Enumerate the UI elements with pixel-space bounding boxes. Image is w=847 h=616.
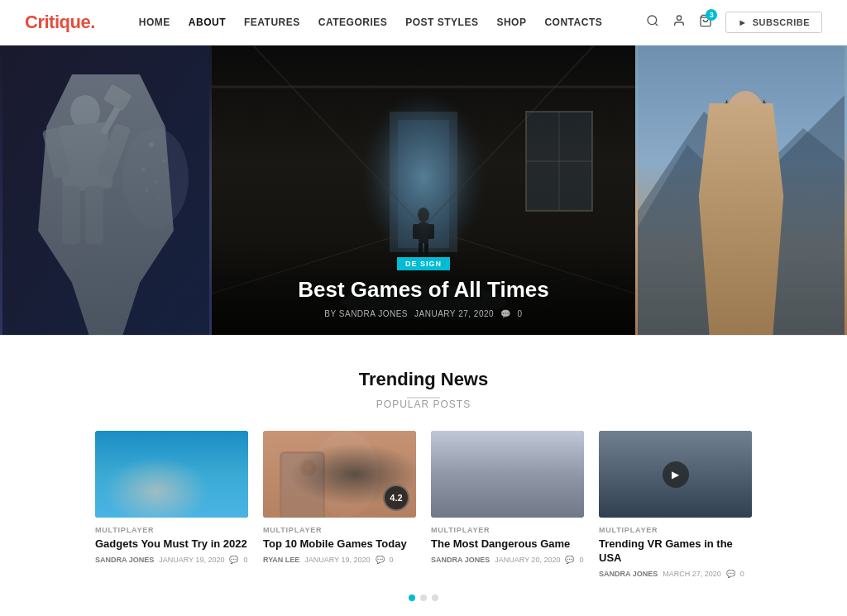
svg-rect-55 xyxy=(171,485,186,509)
svg-point-5 xyxy=(149,142,154,147)
section-title: Trending News xyxy=(25,369,822,390)
svg-rect-20 xyxy=(103,84,132,111)
dot-1[interactable] xyxy=(409,595,415,601)
hero-comments-icon: 💬 xyxy=(500,309,511,318)
hero-slide-center[interactable]: DE SIGN Best Games of All Times BY SANDR… xyxy=(212,45,635,335)
svg-point-43 xyxy=(727,91,763,132)
svg-rect-76 xyxy=(640,470,645,477)
svg-rect-50 xyxy=(95,431,248,518)
hero-category-badge: DE SIGN xyxy=(397,257,450,270)
svg-rect-18 xyxy=(85,186,103,244)
nav-about[interactable]: ABOUT xyxy=(189,17,226,28)
svg-rect-47 xyxy=(766,103,770,211)
card-1-meta: SANDRA JONES JANUARY 19, 2020 💬 0 xyxy=(95,556,248,564)
svg-rect-56 xyxy=(173,486,184,506)
hero-left-image xyxy=(0,45,212,335)
header-actions: 3 ► SUBSCRIBE xyxy=(646,12,822,33)
svg-point-8 xyxy=(154,180,157,184)
main-nav: HOME ABOUT FEATURES CATEGORIES POST STYL… xyxy=(139,17,602,28)
svg-rect-52 xyxy=(155,479,184,518)
card-1-title[interactable]: Gadgets You Must Try in 2022 xyxy=(95,537,248,552)
logo-accent: . xyxy=(90,12,95,32)
svg-rect-74 xyxy=(644,468,659,481)
svg-rect-54 xyxy=(185,460,192,470)
card-2-comments-icon: 💬 xyxy=(376,556,385,564)
subscribe-button[interactable]: ► SUBSCRIBE xyxy=(725,12,822,33)
svg-rect-45 xyxy=(711,135,727,217)
hero-slide-right[interactable] xyxy=(635,45,847,335)
card-2-date: JANUARY 19, 2020 xyxy=(304,556,370,564)
nav-shop[interactable]: SHOP xyxy=(496,17,526,28)
card-3[interactable]: MULTIPLAYER The Most Dangerous Game SAND… xyxy=(431,431,584,578)
subscribe-label: SUBSCRIBE xyxy=(753,17,810,27)
cart-icon[interactable]: 3 xyxy=(699,14,712,31)
card-2[interactable]: 4.2 MULTIPLAYER Top 10 Mobile Games Toda… xyxy=(263,431,416,578)
nav-categories[interactable]: CATEGORIES xyxy=(318,17,387,28)
svg-point-61 xyxy=(300,460,317,476)
svg-rect-77 xyxy=(682,480,702,505)
card-1[interactable]: MULTIPLAYER Gadgets You Must Try in 2022… xyxy=(95,431,248,578)
trending-section: Trending News Popular Posts xyxy=(0,336,847,616)
card-4-date: MARCH 27, 2020 xyxy=(663,570,721,578)
nav-contacts[interactable]: CONTACTS xyxy=(544,17,602,28)
svg-point-7 xyxy=(141,168,146,172)
svg-point-51 xyxy=(155,447,184,480)
svg-point-62 xyxy=(303,462,314,474)
card-4-comments: 0 xyxy=(740,570,744,578)
card-2-comments: 0 xyxy=(390,556,394,564)
svg-rect-46 xyxy=(755,135,772,217)
card-1-image xyxy=(95,431,248,518)
svg-point-70 xyxy=(482,441,532,507)
card-4-play-btn[interactable]: ▶ xyxy=(663,461,689,488)
svg-rect-64 xyxy=(431,431,584,518)
dot-2[interactable] xyxy=(420,595,427,601)
card-3-title[interactable]: The Most Dangerous Game xyxy=(431,537,584,552)
svg-line-1 xyxy=(655,23,658,26)
hero-author: BY SANDRA JONES xyxy=(324,309,408,318)
svg-point-9 xyxy=(167,173,170,175)
card-2-meta: RYAN LEE JANUARY 19, 2020 💬 0 xyxy=(263,556,416,564)
card-4[interactable]: ▶ MULTIPLAYER Trending VR Games in the U… xyxy=(599,431,752,578)
card-1-author: SANDRA JONES xyxy=(95,556,154,564)
nav-features[interactable]: FEATURES xyxy=(244,17,300,28)
svg-rect-67 xyxy=(481,476,495,513)
card-4-title[interactable]: Trending VR Games in the USA xyxy=(599,537,752,566)
card-3-category: MULTIPLAYER xyxy=(431,526,584,534)
card-2-title[interactable]: Top 10 Mobile Games Today xyxy=(263,537,416,552)
card-3-comments: 0 xyxy=(579,556,583,564)
hero-date: JANUARY 27, 2020 xyxy=(414,309,494,318)
user-icon[interactable] xyxy=(672,14,686,31)
card-3-comments-icon: 💬 xyxy=(565,556,574,564)
hero-center-image: DE SIGN Best Games of All Times BY SANDR… xyxy=(212,45,635,335)
svg-rect-37 xyxy=(428,224,434,239)
card-2-category: MULTIPLAYER xyxy=(263,526,416,534)
svg-rect-53 xyxy=(151,460,158,470)
cards-grid: MULTIPLAYER Gadgets You Must Try in 2022… xyxy=(25,431,822,578)
card-2-author: RYAN LEE xyxy=(263,556,299,564)
hero-title: Best Games of All Times xyxy=(228,277,619,303)
dot-3[interactable] xyxy=(432,595,438,601)
card-1-date: JANUARY 19, 2020 xyxy=(159,556,224,564)
nav-post-styles[interactable]: POST STYLES xyxy=(405,17,478,28)
svg-rect-60 xyxy=(282,454,323,518)
card-4-meta: SANDRA JONES MARCH 27, 2020 💬 0 xyxy=(599,570,752,578)
svg-point-2 xyxy=(677,16,682,20)
search-icon[interactable] xyxy=(646,14,659,31)
card-1-comments: 0 xyxy=(243,556,247,564)
card-3-meta: SANDRA JONES JANUARY 20, 2020 💬 0 xyxy=(431,556,584,564)
card-2-image: 4.2 xyxy=(263,431,416,518)
svg-rect-66 xyxy=(494,474,520,518)
nav-home[interactable]: HOME xyxy=(139,17,170,28)
svg-rect-59 xyxy=(280,451,325,518)
card-4-category: MULTIPLAYER xyxy=(599,526,752,534)
hero-slide-left[interactable] xyxy=(0,45,212,335)
svg-rect-19 xyxy=(100,96,127,135)
svg-point-0 xyxy=(648,16,657,25)
logo-text: Critique xyxy=(25,12,90,32)
card-3-date: JANUARY 20, 2020 xyxy=(495,556,560,564)
card-2-rating: 4.2 xyxy=(383,485,409,511)
card-3-image xyxy=(431,431,584,518)
logo[interactable]: Critique. xyxy=(25,12,95,33)
section-header: Trending News Popular Posts xyxy=(25,369,822,410)
section-subtitle: Popular Posts xyxy=(25,399,822,410)
